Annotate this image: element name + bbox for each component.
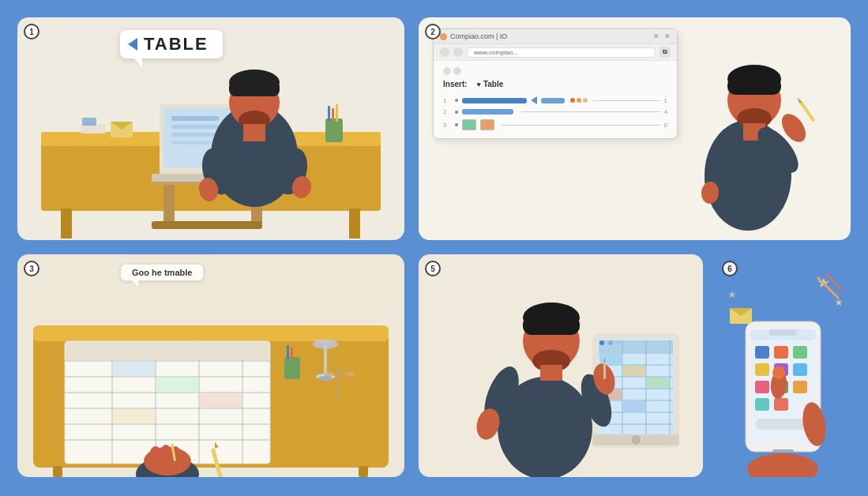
browser-title-text: Compiao.com | IO <box>450 32 650 40</box>
svg-rect-7 <box>152 221 262 229</box>
arrow-left-icon <box>128 38 137 51</box>
svg-rect-75 <box>284 357 300 379</box>
svg-rect-135 <box>793 363 807 376</box>
svg-rect-64 <box>113 409 155 423</box>
svg-rect-18 <box>229 81 280 96</box>
svg-rect-87 <box>523 316 580 335</box>
step-2-badge: 2 <box>425 24 441 39</box>
svg-rect-5 <box>163 185 175 224</box>
svg-rect-141 <box>755 419 807 430</box>
step-5-badge: 5 <box>425 261 441 276</box>
svg-rect-146 <box>772 449 794 452</box>
svg-rect-3 <box>349 209 360 239</box>
panel-2: 2 Compiao.com | IO ✕ ✕ www.compiao... ⧉ <box>419 17 851 240</box>
svg-point-80 <box>149 446 162 465</box>
svg-rect-30 <box>82 118 96 126</box>
svg-rect-47 <box>53 466 62 477</box>
svg-rect-131 <box>774 346 788 359</box>
panel-3-scene <box>17 254 404 477</box>
speech-bubble-p3: Goo he tmable <box>120 264 204 281</box>
svg-point-82 <box>170 446 181 464</box>
svg-rect-46 <box>33 325 389 341</box>
panel-5-scene <box>716 254 851 477</box>
browser-content: Insert: ♥ Table 1 <box>434 61 677 138</box>
svg-rect-60 <box>66 342 269 360</box>
svg-point-74 <box>344 372 355 377</box>
browser-close-x: ✕ <box>653 32 659 40</box>
panel-4-scene <box>419 254 703 477</box>
table-label: ♥ Table <box>477 80 504 88</box>
svg-point-118 <box>632 436 640 444</box>
svg-rect-48 <box>359 466 368 477</box>
svg-rect-132 <box>793 346 807 359</box>
svg-rect-77 <box>291 348 293 359</box>
svg-rect-109 <box>623 401 645 411</box>
svg-point-70 <box>318 376 333 381</box>
panel-3: 3 Goo he tmable <box>17 254 404 477</box>
panel-2-person <box>661 17 851 240</box>
panel-5: 6 <box>716 254 851 477</box>
svg-point-145 <box>772 366 785 379</box>
svg-rect-26 <box>328 106 330 122</box>
svg-point-116 <box>617 340 622 345</box>
svg-rect-28 <box>336 104 338 122</box>
table-speech-bubble: TABLE <box>120 30 223 58</box>
browser-dot-orange <box>440 33 447 40</box>
svg-rect-133 <box>755 363 769 376</box>
svg-rect-36 <box>727 77 781 95</box>
svg-rect-129 <box>769 329 797 336</box>
insert-label: Insert: <box>443 80 468 88</box>
browser-navbar: www.compiao... ⧉ <box>434 44 677 61</box>
svg-rect-106 <box>623 366 645 376</box>
panel-1: 1 TABLE <box>17 17 404 240</box>
svg-rect-76 <box>287 345 289 359</box>
svg-point-81 <box>160 445 171 462</box>
panel-4: 5 <box>419 254 703 477</box>
svg-rect-107 <box>647 378 669 388</box>
svg-rect-41 <box>799 101 815 122</box>
svg-rect-112 <box>603 362 606 379</box>
step-6-badge: 6 <box>722 261 738 276</box>
svg-point-142 <box>747 453 818 477</box>
svg-rect-27 <box>332 108 334 122</box>
svg-rect-105 <box>599 354 622 364</box>
img-thumb-orange <box>480 119 494 130</box>
svg-rect-63 <box>200 393 242 408</box>
svg-point-114 <box>599 340 604 345</box>
svg-rect-13 <box>171 141 211 145</box>
svg-marker-120 <box>835 299 843 306</box>
svg-rect-2 <box>61 209 72 239</box>
browser-close-x2: ✕ <box>664 32 671 40</box>
speech-table-text: TABLE <box>144 34 209 54</box>
svg-rect-10 <box>171 116 219 121</box>
browser-titlebar: Compiao.com | IO ✕ ✕ <box>434 29 677 44</box>
browser-window: Compiao.com | IO ✕ ✕ www.compiao... ⧉ <box>433 28 678 139</box>
speech-p3-text: Goo he tmable <box>132 268 192 277</box>
svg-marker-121 <box>728 291 736 298</box>
svg-rect-139 <box>755 398 769 411</box>
svg-rect-138 <box>793 381 807 393</box>
svg-rect-20 <box>243 124 265 141</box>
svg-rect-140 <box>774 398 788 411</box>
svg-rect-25 <box>325 118 343 142</box>
svg-point-115 <box>608 340 613 345</box>
svg-rect-71 <box>337 365 340 396</box>
svg-point-73 <box>324 372 335 377</box>
step-3-badge: 3 <box>24 261 39 276</box>
svg-rect-130 <box>755 346 769 359</box>
svg-rect-136 <box>755 381 769 393</box>
img-thumb-green <box>462 119 476 130</box>
browser-url-bar[interactable]: www.compiao... <box>467 47 656 58</box>
svg-rect-62 <box>156 378 198 392</box>
svg-rect-61 <box>113 362 155 376</box>
step-1-badge: 1 <box>24 24 39 39</box>
svg-rect-89 <box>540 365 562 381</box>
